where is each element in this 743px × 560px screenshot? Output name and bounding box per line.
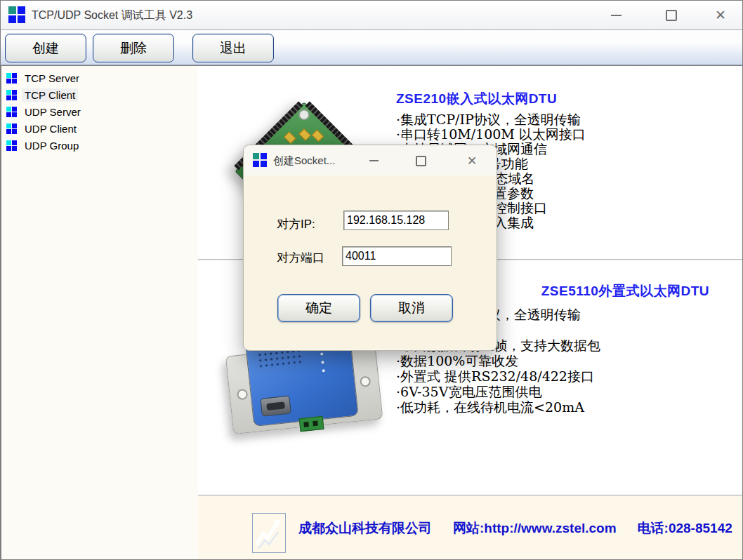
close-button[interactable]: ✕ xyxy=(706,4,735,27)
tree-item[interactable]: UDP Group xyxy=(1,137,198,154)
tree-item-label: UDP Client xyxy=(22,122,79,135)
tree-item[interactable]: UDP Server xyxy=(1,103,198,120)
tree-item[interactable]: TCP Server xyxy=(1,69,198,86)
tree-item[interactable]: UDP Client xyxy=(1,120,198,137)
terminal-block xyxy=(299,416,324,432)
app-window: TCP/UDP Socket 调试工具 V2.3 ✕ 创建 删除 退出 TCP … xyxy=(0,0,743,560)
maximize-icon xyxy=(666,10,677,21)
section1-title: ZSE210嵌入式以太网DTU xyxy=(396,90,557,108)
minimize-icon xyxy=(369,160,379,161)
toolbar: 创建 删除 退出 xyxy=(1,30,742,65)
delete-button[interactable]: 删除 xyxy=(93,34,174,62)
company-website: 网站:http://www.zstel.com xyxy=(453,519,617,538)
feature-bullet: ·外置式 提供RS232/48/422接口 xyxy=(396,368,600,384)
dialog-minimize-button[interactable] xyxy=(363,151,384,171)
db9-connector xyxy=(260,396,291,417)
dialog-title: 创建Socket... xyxy=(273,145,335,175)
exit-button[interactable]: 退出 xyxy=(192,34,274,62)
socket-node-icon xyxy=(6,107,17,117)
company-name: 成都众山科技有限公司 xyxy=(298,519,432,538)
minimize-icon xyxy=(611,15,622,16)
peer-ip-label: 对方IP: xyxy=(277,216,315,232)
tree-item-label: UDP Server xyxy=(22,105,84,119)
maximize-icon xyxy=(416,156,426,166)
feature-bullet: ·集成TCP/IP协议，全透明传输 xyxy=(396,112,586,127)
dialog-maximize-button[interactable] xyxy=(410,151,431,171)
tree-item-label: TCP Client xyxy=(22,88,78,102)
socket-node-icon xyxy=(6,73,17,84)
socket-node-icon xyxy=(6,124,17,134)
title-bar: TCP/UDP Socket 调试工具 V2.3 ✕ xyxy=(1,1,742,30)
tree-item[interactable]: TCP Client xyxy=(1,86,198,103)
minimize-button[interactable] xyxy=(602,4,630,27)
feature-bullet: ·低功耗，在线待机电流<20mA xyxy=(396,399,600,415)
window-title: TCP/UDP Socket 调试工具 V2.3 xyxy=(32,1,192,29)
dialog-title-bar: 创建Socket... ✕ xyxy=(244,145,497,175)
feature-bullet: ·数据100%可靠收发 xyxy=(396,353,600,368)
cancel-button[interactable]: 取消 xyxy=(370,294,453,322)
feature-bullet: ·6V-35V宽电压范围供电 xyxy=(396,384,600,399)
tree-item-label: TCP Server xyxy=(22,72,82,85)
company-logo xyxy=(252,513,286,553)
peer-ip-input[interactable] xyxy=(343,211,449,230)
footer-banner: 成都众山科技有限公司 网站:http://www.zstel.com 电话:02… xyxy=(198,496,742,560)
tree-item-label: UDP Group xyxy=(22,139,81,152)
maximize-button[interactable] xyxy=(657,4,685,27)
socket-node-icon xyxy=(6,140,17,151)
dialog-close-button[interactable]: ✕ xyxy=(461,151,482,171)
ok-button[interactable]: 确定 xyxy=(277,294,360,322)
socket-node-icon xyxy=(6,90,17,100)
close-icon: ✕ xyxy=(467,155,477,167)
dialog-icon xyxy=(253,153,267,167)
close-icon: ✕ xyxy=(715,8,726,22)
feature-bullet: ·串口转10M/100M 以太网接口 xyxy=(396,127,586,142)
app-icon xyxy=(8,6,25,23)
peer-port-input[interactable] xyxy=(342,246,452,266)
peer-port-label: 对方端口 xyxy=(277,250,324,266)
create-socket-dialog: 创建Socket... ✕ 对方IP: 对方端口 确定 取消 xyxy=(243,145,497,351)
socket-type-tree: TCP Server TCP Client UDP Server xyxy=(1,65,199,560)
section2-title: ZSE5110外置式以太网DTU xyxy=(541,282,709,300)
create-button[interactable]: 创建 xyxy=(5,34,86,62)
company-phone: 电话:028-85142 xyxy=(638,519,732,538)
